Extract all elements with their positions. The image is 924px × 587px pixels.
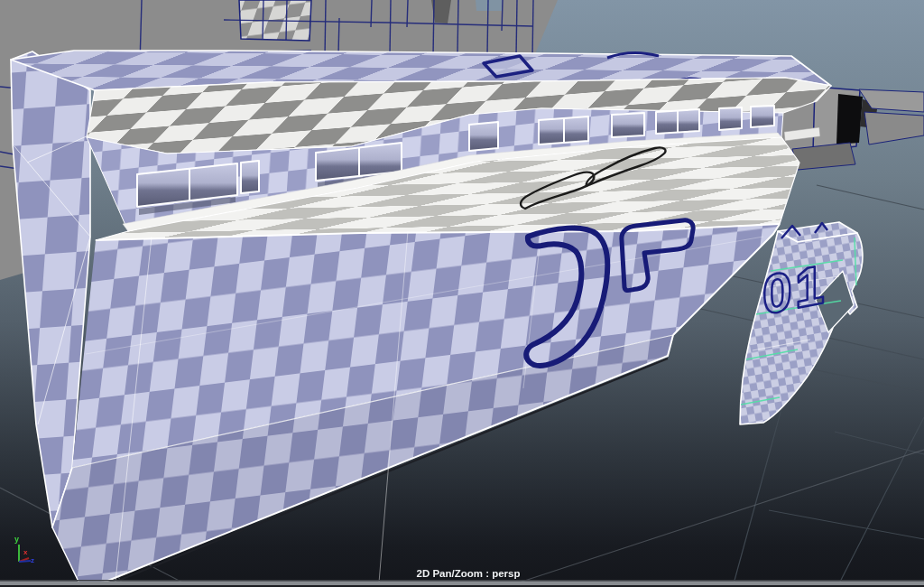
viewport-canvas[interactable]: 01 y x z 2D Pan/Zoom : persp 2D Pan/Zoom… xyxy=(0,0,924,587)
sky-gap xyxy=(476,0,503,11)
bottom-bar-edge xyxy=(0,580,924,582)
bottom-bar-strip xyxy=(0,582,924,586)
bottom-bar xyxy=(0,580,924,587)
axis-z-label: z xyxy=(31,556,34,564)
window xyxy=(612,113,644,137)
hud: 2D Pan/Zoom : persp 2D Pan/Zoom : persp xyxy=(416,568,521,580)
vehicle-opening xyxy=(836,94,863,144)
window xyxy=(241,161,259,193)
window xyxy=(719,107,742,130)
hud-label: 2D Pan/Zoom : persp xyxy=(416,568,520,579)
axis-y-label: y xyxy=(14,535,19,544)
viewport-scene[interactable]: 01 y x z 2D Pan/Zoom : persp 2D Pan/Zoom… xyxy=(0,0,924,587)
window xyxy=(751,106,774,127)
window xyxy=(469,122,498,151)
axis-x-label: x xyxy=(23,548,28,556)
axis-z-line xyxy=(19,561,31,562)
fender-number-decal: 01 xyxy=(756,254,832,326)
